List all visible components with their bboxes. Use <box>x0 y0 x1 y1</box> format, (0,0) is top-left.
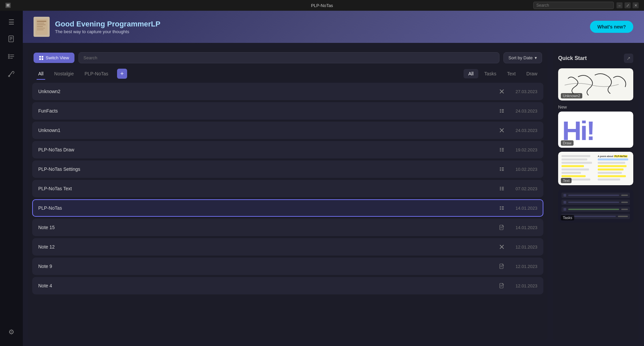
filter-tabs: All Tasks Text Draw <box>464 69 542 78</box>
svg-rect-21 <box>37 29 44 30</box>
note-type-icon <box>498 185 505 192</box>
note-date: 14.01.2023 <box>511 225 537 230</box>
qs-card-text[interactable]: A poem about PLP-NoTas <box>558 152 633 185</box>
tab-plp-notas[interactable]: PLP-NoTas <box>80 69 113 78</box>
note-type-icon <box>498 263 505 270</box>
qs-card-tasks[interactable]: Tasks <box>558 189 633 222</box>
note-title: Unknown1 <box>38 128 498 133</box>
sort-button[interactable]: Sort by Date ▾ <box>503 52 542 63</box>
tab-all[interactable]: All <box>34 69 48 78</box>
svg-rect-29 <box>502 109 504 110</box>
quick-start-header: Quick Start ↗ <box>558 54 633 63</box>
svg-rect-3 <box>7 6 9 6</box>
svg-rect-39 <box>502 149 504 150</box>
note-title: Note 15 <box>38 225 498 230</box>
note-item[interactable]: PLP-NoTas 14.01.2023 <box>32 199 543 217</box>
text-col-right: A poem about PLP-NoTas <box>598 155 630 182</box>
svg-rect-67 <box>500 267 502 267</box>
svg-rect-37 <box>502 148 504 149</box>
svg-rect-23 <box>42 56 43 58</box>
note-item[interactable]: PLP-NoTas Text 07.02.2023 <box>32 180 543 197</box>
svg-rect-31 <box>502 111 504 111</box>
svg-rect-13 <box>10 58 13 59</box>
note-item[interactable]: PLP-NoTas Settings 10.02.2023 <box>32 160 543 178</box>
file-icon <box>499 225 504 230</box>
svg-rect-69 <box>500 285 503 285</box>
list-icon <box>499 147 504 152</box>
note-date: 14.01.2023 <box>511 206 537 211</box>
text-preview-cols: A poem about PLP-NoTas <box>561 155 630 182</box>
note-item[interactable]: Note 15 14.01.2023 <box>32 219 543 236</box>
minimize-button[interactable]: – <box>616 2 623 8</box>
sidebar-item-menu[interactable]: ☰ <box>4 15 19 29</box>
notes-list: Unknown2 27.03.2023 FunFacts 24.03.2023 … <box>28 83 547 341</box>
header-text: Good Evening ProgrammerLP The best way t… <box>55 20 160 34</box>
svg-rect-53 <box>502 190 504 190</box>
svg-rect-12 <box>8 58 9 59</box>
svg-rect-17 <box>37 23 44 23</box>
tabs-row: All Nostalgie PLP-NoTas + All <box>28 67 547 83</box>
quick-start-title: Quick Start <box>558 55 587 61</box>
add-tab-button[interactable]: + <box>117 69 127 79</box>
svg-rect-70 <box>500 286 502 286</box>
note-item[interactable]: Note 4 12.01.2023 <box>32 277 543 294</box>
filter-tasks[interactable]: Tasks <box>480 69 501 78</box>
list-icon <box>499 186 504 191</box>
sidebar-item-tasks[interactable] <box>4 50 19 64</box>
qs-card-draw[interactable]: Hi! Draw <box>558 112 633 148</box>
notes-panel: Switch View Sort by Date ▾ All <box>28 48 547 341</box>
svg-rect-46 <box>500 170 501 171</box>
svg-rect-44 <box>500 169 501 169</box>
note-date: 10.02.2023 <box>511 167 537 172</box>
filter-text[interactable]: Text <box>502 69 521 78</box>
close-icon <box>499 128 504 133</box>
new-label: New <box>558 105 633 110</box>
note-type-icon <box>498 166 505 172</box>
whats-new-button[interactable]: What's new? <box>590 21 633 33</box>
svg-rect-48 <box>500 187 501 188</box>
notes-search-input[interactable] <box>78 52 499 63</box>
close-button[interactable]: ✕ <box>633 2 639 8</box>
note-title: Unknown2 <box>38 89 498 94</box>
title-search-input[interactable] <box>533 2 614 9</box>
list-icon <box>499 167 504 171</box>
note-title: FunFacts <box>38 108 498 114</box>
qs-label-draw: Draw <box>561 140 574 146</box>
greeting: Good Evening ProgrammerLP <box>55 20 160 28</box>
svg-rect-30 <box>500 111 501 111</box>
qs-card-unknown2[interactable]: Unknown2 <box>558 68 633 100</box>
note-item[interactable]: Unknown1 24.03.2023 <box>32 122 543 139</box>
maximize-button[interactable]: ⤢ <box>625 2 631 8</box>
qs-label-tasks: Tasks <box>561 215 574 220</box>
note-item[interactable]: PLP-NoTas Draw 19.02.2023 <box>32 141 543 158</box>
switch-view-button[interactable]: Switch View <box>34 53 74 63</box>
tab-nostalgie[interactable]: Nostalgie <box>50 69 78 78</box>
qs-label-text: Text <box>561 178 572 183</box>
note-date: 27.03.2023 <box>511 89 537 94</box>
note-item[interactable]: Unknown2 27.03.2023 <box>32 83 543 100</box>
chevron-down-icon: ▾ <box>535 55 537 60</box>
app-icon <box>5 3 11 8</box>
svg-rect-50 <box>500 188 501 189</box>
svg-rect-47 <box>502 170 504 171</box>
app-title: PLP-NoTas <box>311 3 333 8</box>
note-type-icon <box>498 108 505 114</box>
filter-draw[interactable]: Draw <box>522 69 542 78</box>
export-button[interactable]: ↗ <box>624 54 633 63</box>
sidebar-item-settings[interactable]: ⚙ <box>4 325 19 339</box>
note-item[interactable]: FunFacts 24.03.2023 <box>32 102 543 120</box>
svg-rect-25 <box>42 58 43 60</box>
sidebar-item-notes[interactable] <box>4 32 19 47</box>
svg-rect-51 <box>502 188 504 189</box>
svg-rect-61 <box>500 227 503 227</box>
note-type-icon <box>498 244 505 250</box>
category-tabs: All Nostalgie PLP-NoTas + <box>34 69 464 79</box>
sidebar-item-tools[interactable] <box>4 67 19 82</box>
list-icon <box>499 109 504 113</box>
note-item[interactable]: Note 12 12.01.2023 <box>32 238 543 256</box>
filter-all[interactable]: All <box>464 69 478 78</box>
svg-rect-55 <box>502 206 504 207</box>
avatar <box>34 17 50 37</box>
note-item[interactable]: Note 9 12.01.2023 <box>32 258 543 275</box>
note-date: 07.02.2023 <box>511 186 537 191</box>
